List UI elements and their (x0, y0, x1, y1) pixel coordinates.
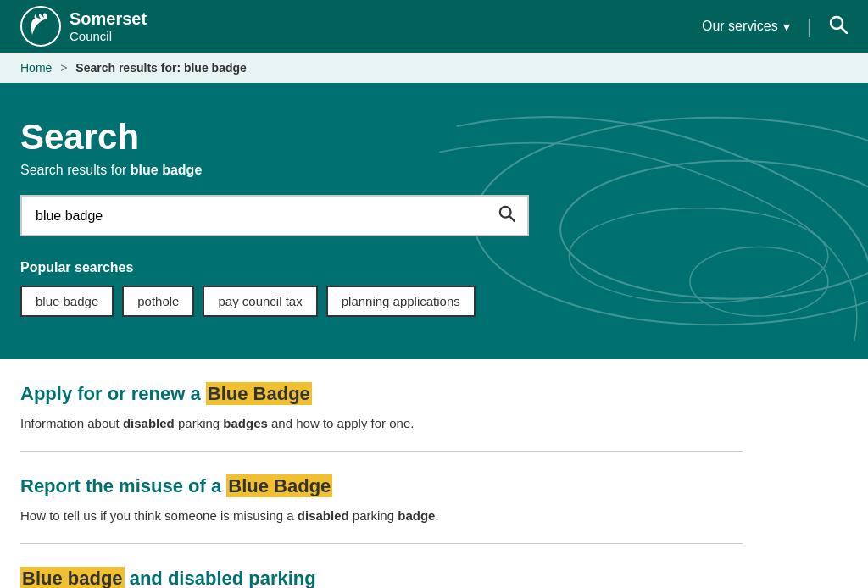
search-results: Apply for or renew a Blue Badge Informat… (0, 359, 763, 588)
tag-pay-council-tax[interactable]: pay council tax (203, 286, 317, 317)
svg-line-2 (842, 27, 848, 33)
svg-line-8 (509, 216, 515, 221)
hero-subtitle: Search results for blue badge (20, 163, 563, 178)
popular-searches-label: Popular searches (20, 260, 563, 275)
search-submit-button[interactable] (487, 197, 527, 235)
logo-icon (20, 6, 61, 47)
search-bar (20, 195, 529, 236)
highlight-1: Blue Badge (206, 382, 312, 405)
tag-blue-badge[interactable]: blue badge (20, 286, 114, 317)
search-icon (829, 15, 848, 34)
highlight-2: Blue Badge (226, 474, 332, 497)
hero-section: Search Search results for blue badge Pop… (0, 83, 868, 359)
tag-planning-applications[interactable]: planning applications (326, 286, 476, 317)
tag-pothole[interactable]: pothole (122, 286, 194, 317)
result-title-1[interactable]: Apply for or renew a Blue Badge (20, 383, 743, 405)
result-title-3[interactable]: Blue badge and disabled parking (20, 568, 743, 588)
result-desc-1: Information about disabled parking badge… (20, 413, 743, 434)
popular-tags: blue badge pothole pay council tax plann… (20, 286, 563, 317)
result-item-3: Blue badge and disabled parking Blue bad… (20, 544, 743, 588)
page-title: Search (20, 117, 563, 158)
our-services-button[interactable]: Our services ▾ (702, 19, 790, 35)
main-nav: Our services ▾ | (702, 14, 848, 38)
site-header: Somerset Council Our services ▾ | (0, 0, 868, 53)
svg-point-4 (560, 161, 868, 299)
search-input[interactable] (22, 198, 487, 234)
nav-divider: | (807, 14, 812, 38)
header-search-button[interactable] (829, 15, 848, 38)
result-desc-2: How to tell us if you think someone is m… (20, 506, 743, 526)
breadcrumb: Home > Search results for: blue badge (0, 53, 868, 83)
result-item-2: Report the misuse of a Blue Badge How to… (20, 452, 743, 544)
breadcrumb-separator: > (60, 61, 67, 75)
breadcrumb-current: Search results for: blue badge (75, 61, 247, 75)
search-submit-icon (498, 205, 515, 222)
site-logo[interactable]: Somerset Council (20, 6, 147, 47)
breadcrumb-home[interactable]: Home (20, 61, 52, 75)
hero-content: Search Search results for blue badge Pop… (20, 117, 563, 317)
svg-point-0 (21, 7, 60, 46)
svg-point-5 (569, 208, 828, 303)
result-item-1: Apply for or renew a Blue Badge Informat… (20, 359, 743, 452)
highlight-3: Blue badge (20, 567, 125, 588)
result-title-2[interactable]: Report the misuse of a Blue Badge (20, 475, 743, 497)
logo-text: Somerset Council (70, 8, 147, 44)
